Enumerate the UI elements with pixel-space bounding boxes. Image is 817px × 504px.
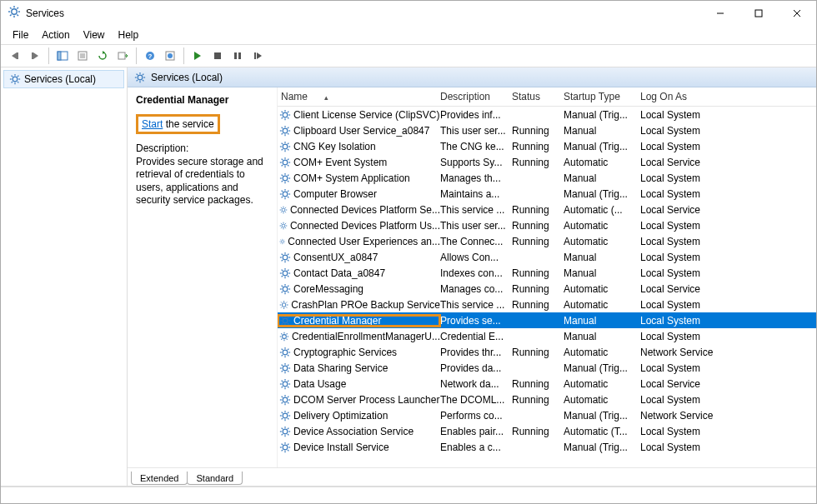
service-icon (279, 315, 291, 327)
svg-rect-14 (32, 52, 33, 59)
selected-service-name: Credential Manager (136, 94, 268, 106)
service-name: CNG Key Isolation (293, 141, 376, 152)
service-icon (279, 236, 285, 247)
service-logon: Local System (640, 442, 732, 453)
col-status[interactable]: Status (512, 91, 564, 102)
properties-button[interactable] (73, 47, 92, 65)
service-row[interactable]: Contact Data_a0847Indexes con...RunningM… (278, 265, 816, 281)
service-description: Credential E... (440, 331, 512, 342)
minimize-button[interactable] (701, 1, 739, 26)
help2-button[interactable] (161, 47, 179, 65)
menu-help[interactable]: Help (112, 27, 146, 42)
col-description[interactable]: Description (440, 91, 512, 102)
service-description: This service ... (440, 204, 512, 216)
maximize-button[interactable] (739, 1, 778, 26)
service-icon (279, 125, 291, 137)
service-row[interactable]: Clipboard User Service_a0847This user se… (278, 122, 816, 138)
export-button[interactable] (113, 47, 132, 65)
stop-service-button[interactable] (208, 47, 227, 65)
service-startup: Manual (564, 172, 640, 184)
service-logon: Local System (640, 109, 732, 121)
service-status: Running (512, 394, 564, 406)
service-logon: Local Service (640, 378, 732, 390)
service-name: CredentialEnrollmentManagerU... (292, 331, 440, 342)
service-row[interactable]: Delivery OptimizationPerforms co...Manua… (278, 407, 816, 423)
pause-service-button[interactable] (228, 47, 247, 65)
menu-action[interactable]: Action (35, 27, 76, 42)
service-description: Manages co... (440, 283, 512, 295)
service-row[interactable]: CredentialEnrollmentManagerU...Credentia… (278, 328, 816, 344)
restart-service-button[interactable] (248, 47, 267, 65)
titlebar: Services (1, 1, 816, 26)
service-icon (279, 299, 288, 311)
close-button[interactable] (778, 1, 816, 26)
svg-rect-16 (58, 52, 61, 60)
svg-point-25 (168, 53, 173, 58)
service-row[interactable]: Device Install ServiceEnables a c...Manu… (278, 439, 816, 455)
col-log-on-as[interactable]: Log On As (640, 91, 732, 102)
menu-view[interactable]: View (77, 27, 112, 42)
service-row[interactable]: Client License Service (ClipSVC)Provides… (278, 107, 816, 122)
service-row[interactable]: Connected User Experiences an...The Conn… (278, 233, 816, 249)
service-row[interactable]: ConsentUX_a0847Allows Con...ManualLocal … (278, 249, 816, 265)
service-startup: Automatic (564, 236, 640, 247)
service-logon: Local System (640, 315, 732, 327)
service-row[interactable]: DCOM Server Process LauncherThe DCOML...… (278, 392, 816, 407)
service-icon (279, 362, 291, 374)
service-status: Running (512, 125, 564, 137)
tree-node-services-local[interactable]: Services (Local) (3, 70, 124, 88)
start-service-link[interactable]: Start (142, 118, 163, 130)
service-icon (279, 141, 291, 152)
service-startup: Manual (564, 315, 640, 327)
service-icon (279, 267, 291, 279)
service-row[interactable]: COM+ System ApplicationManages th...Manu… (278, 170, 816, 186)
sort-indicator-icon: ▴ (324, 93, 328, 102)
service-row[interactable]: CNG Key IsolationThe CNG ke...RunningMan… (278, 138, 816, 154)
service-startup: Automatic (564, 378, 640, 390)
window-title: Services (26, 7, 701, 19)
service-startup: Manual (Trig... (564, 410, 640, 422)
refresh-button[interactable] (93, 47, 112, 65)
svg-rect-28 (238, 52, 241, 59)
tab-extended[interactable]: Extended (131, 472, 188, 485)
nav-forward-button[interactable] (26, 47, 44, 65)
service-logon: Local Service (640, 204, 732, 216)
service-startup: Manual (Trig... (564, 362, 640, 374)
list-body[interactable]: Client License Service (ClipSVC)Provides… (278, 107, 816, 467)
service-row[interactable]: Data UsageNetwork da...RunningAutomaticL… (278, 376, 816, 392)
service-icon (279, 204, 288, 216)
service-row[interactable]: Credential ManagerProvides se...ManualLo… (278, 312, 816, 328)
service-logon: Local System (640, 125, 732, 137)
pane-header: Services (Local) (128, 67, 816, 87)
service-startup: Automatic (564, 347, 640, 358)
main-body: Services (Local) Services (Local) Creden… (1, 67, 816, 487)
svg-rect-21 (118, 52, 125, 59)
menubar: File Action View Help (1, 26, 816, 44)
start-service-button[interactable] (188, 47, 207, 65)
help-button[interactable]: ? (141, 47, 159, 65)
service-startup: Manual (Trig... (564, 141, 640, 152)
menu-file[interactable]: File (6, 27, 35, 42)
services-list: Name▴ Description Status Startup Type Lo… (278, 87, 816, 467)
col-startup-type[interactable]: Startup Type (564, 91, 640, 102)
service-name: Device Association Service (293, 426, 414, 437)
service-row[interactable]: CoreMessagingManages co...RunningAutomat… (278, 281, 816, 297)
service-status: Running (512, 267, 564, 279)
service-row[interactable]: Data Sharing ServiceProvides da...Manual… (278, 360, 816, 376)
tab-standard[interactable]: Standard (187, 472, 243, 485)
svg-rect-29 (254, 52, 256, 59)
service-logon: Local System (640, 426, 732, 437)
service-startup: Automatic (564, 220, 640, 232)
service-status: Running (512, 220, 564, 232)
service-row[interactable]: Connected Devices Platform Se...This ser… (278, 202, 816, 217)
service-row[interactable]: COM+ Event SystemSupports Sy...RunningAu… (278, 154, 816, 170)
service-row[interactable]: Computer BrowserMaintains a...Manual (Tr… (278, 186, 816, 202)
nav-back-button[interactable] (6, 47, 24, 65)
service-row[interactable]: Device Association ServiceEnables pair..… (278, 423, 816, 439)
service-row[interactable]: CrashPlan PROe Backup ServiceThis servic… (278, 297, 816, 312)
service-row[interactable]: Connected Devices Platform Us...This use… (278, 217, 816, 233)
col-name[interactable]: Name▴ (278, 91, 440, 102)
service-row[interactable]: Cryptographic ServicesProvides thr...Run… (278, 344, 816, 360)
show-hide-tree-button[interactable] (53, 47, 72, 65)
service-description: Indexes con... (440, 267, 512, 279)
